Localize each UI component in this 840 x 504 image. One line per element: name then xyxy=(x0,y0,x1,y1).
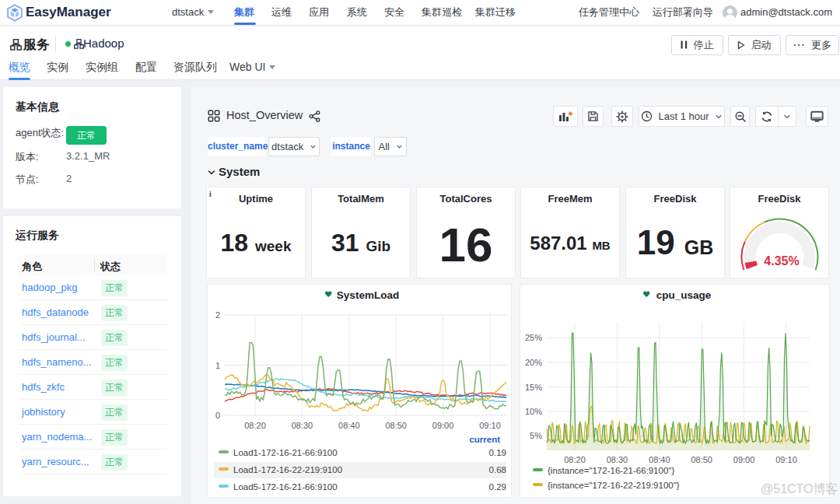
svg-text:cpu_usage: cpu_usage xyxy=(656,289,712,301)
svg-text:08:50: 08:50 xyxy=(691,455,712,464)
svg-text:25%: 25% xyxy=(525,333,542,342)
svg-text:09:00: 09:00 xyxy=(733,455,755,464)
svg-text:08:20: 08:20 xyxy=(244,421,266,430)
svg-text:Load1-172-16-22-219:9100: Load1-172-16-22-219:9100 xyxy=(233,465,342,474)
svg-text:0.19: 0.19 xyxy=(489,448,506,457)
svg-text:08:30: 08:30 xyxy=(607,455,628,464)
svg-text:09:00: 09:00 xyxy=(432,421,454,430)
svg-text:Load1-172-16-21-66:9100: Load1-172-16-21-66:9100 xyxy=(233,448,338,457)
svg-text:0.68: 0.68 xyxy=(489,465,506,474)
svg-text:08:20: 08:20 xyxy=(564,455,586,464)
svg-text:15%: 15% xyxy=(525,383,542,392)
svg-text:08:40: 08:40 xyxy=(649,455,670,464)
svg-text:{instance="172-16-22-219:9100": {instance="172-16-22-219:9100"} xyxy=(548,481,680,490)
svg-text:08:40: 08:40 xyxy=(338,421,360,430)
svg-text:20%: 20% xyxy=(525,358,542,367)
svg-text:10%: 10% xyxy=(525,407,542,416)
svg-text:09:10: 09:10 xyxy=(775,455,797,464)
svg-text:4.35%: 4.35% xyxy=(764,254,799,268)
svg-text:08:30: 08:30 xyxy=(292,421,313,430)
svg-text:09:10: 09:10 xyxy=(479,421,501,430)
svg-text:{instance="172-16-21-66:9100"}: {instance="172-16-21-66:9100"} xyxy=(548,466,674,475)
svg-text:1: 1 xyxy=(215,361,220,370)
svg-text:5%: 5% xyxy=(530,431,542,440)
svg-text:0.29: 0.29 xyxy=(489,482,506,492)
svg-text:2: 2 xyxy=(215,310,220,320)
svg-text:current: current xyxy=(469,435,500,444)
svg-text:SystemLoad: SystemLoad xyxy=(337,289,399,301)
svg-text:Load5-172-16-21-66:9100: Load5-172-16-21-66:9100 xyxy=(233,482,338,492)
svg-text:0: 0 xyxy=(215,411,220,420)
svg-text:08:50: 08:50 xyxy=(385,421,407,430)
